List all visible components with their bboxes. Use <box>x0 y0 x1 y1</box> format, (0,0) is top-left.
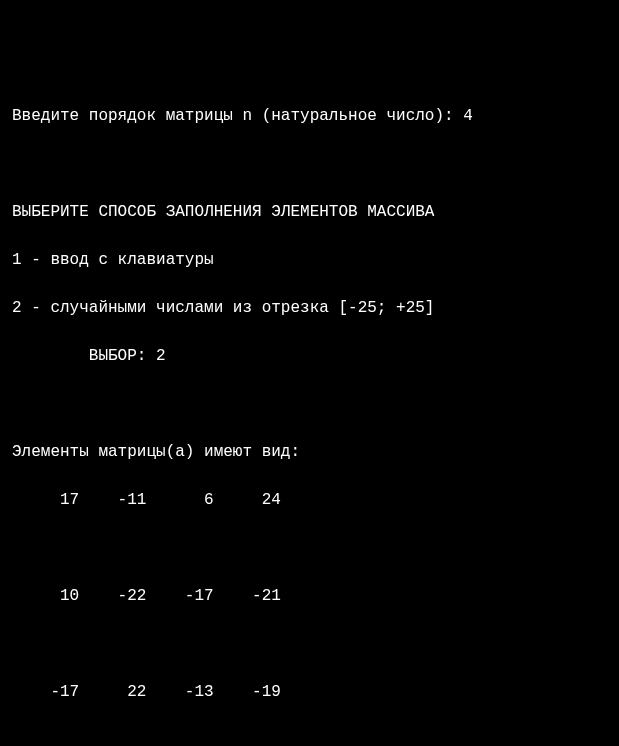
matrix-row: -17 22 -13 -19 <box>12 680 607 704</box>
blank-line <box>12 728 607 746</box>
choice-value: 2 <box>156 347 166 365</box>
matrix-row: 10 -22 -17 -21 <box>12 584 607 608</box>
prompt-n-value: 4 <box>463 107 473 125</box>
blank-line <box>12 536 607 560</box>
option-1: 1 - ввод с клавиатуры <box>12 248 607 272</box>
blank-line <box>12 152 607 176</box>
matrix-row: 17 -11 6 24 <box>12 488 607 512</box>
choice-label: ВЫБОР: <box>12 347 156 365</box>
prompt-line-n: Введите порядок матрицы n (натуральное ч… <box>12 104 607 128</box>
option-2: 2 - случайными числами из отрезка [-25; … <box>12 296 607 320</box>
prompt-n-label: Введите порядок матрицы n (натуральное ч… <box>12 107 463 125</box>
matrix-a-header: Элементы матрицы(а) имеют вид: <box>12 440 607 464</box>
blank-line <box>12 392 607 416</box>
fill-method-header: ВЫБЕРИТЕ СПОСОБ ЗАПОЛНЕНИЯ ЭЛЕМЕНТОВ МАС… <box>12 200 607 224</box>
choice-line: ВЫБОР: 2 <box>12 344 607 368</box>
blank-line <box>12 632 607 656</box>
